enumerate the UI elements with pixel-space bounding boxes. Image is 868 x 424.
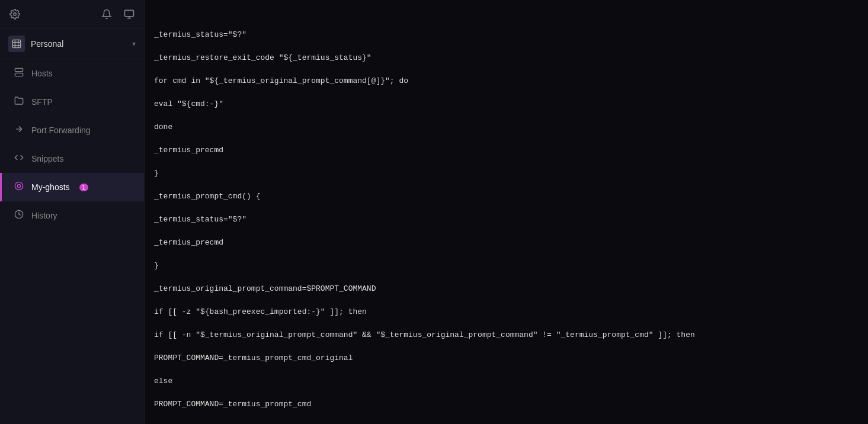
- svg-rect-1: [125, 10, 134, 17]
- svg-point-0: [14, 12, 17, 15]
- terminal-line: _termius_prompt_cmd() {: [154, 191, 859, 203]
- terminal-line: _termius_original_prompt_command=$PROMPT…: [154, 283, 859, 295]
- terminal-line: else: [154, 375, 859, 387]
- my-ghosts-badge: 1: [79, 184, 89, 191]
- terminal-line: PROMPT_COMMAND=_termius_prompt_cmd: [154, 399, 859, 410]
- svg-rect-4: [12, 40, 20, 47]
- terminal-line: _termius_precmd: [154, 144, 859, 156]
- sidebar-top-bar: [0, 0, 144, 28]
- terminal-line: }: [154, 168, 859, 179]
- history-icon: [14, 210, 24, 221]
- gear-button[interactable]: [8, 8, 21, 21]
- sidebar: Personal ▾ Hosts SFTP: [0, 0, 145, 424]
- terminal-line: PROMPT_COMMAND=_termius_prompt_cmd_origi…: [154, 352, 859, 364]
- svg-point-15: [17, 184, 20, 187]
- account-left: Personal: [8, 36, 63, 52]
- sidebar-item-history[interactable]: History: [0, 201, 144, 230]
- monitor-button[interactable]: [123, 8, 136, 21]
- sidebar-item-my-ghosts[interactable]: My-ghosts 1: [0, 173, 144, 201]
- terminal-line: done: [154, 121, 859, 133]
- terminal-line: }: [154, 260, 859, 272]
- port-forwarding-icon: [14, 124, 24, 136]
- my-ghosts-icon: [14, 181, 24, 193]
- sftp-label: SFTP: [31, 97, 53, 107]
- account-name: Personal: [31, 39, 63, 49]
- sidebar-utility-icons: [100, 8, 136, 21]
- sftp-icon: [14, 96, 24, 108]
- sidebar-item-sftp[interactable]: SFTP: [0, 88, 144, 116]
- history-label: History: [31, 211, 57, 220]
- account-section[interactable]: Personal ▾: [0, 28, 144, 59]
- svg-point-14: [15, 182, 23, 189]
- terminal-line: _termius_precmd: [154, 237, 859, 249]
- terminal-content: _termius_status="$?" _termius_restore_ex…: [145, 0, 868, 424]
- snippets-icon: [14, 153, 24, 165]
- terminal-line: eval "${cmd:-}": [154, 98, 859, 110]
- sidebar-item-hosts[interactable]: Hosts: [0, 59, 144, 88]
- terminal-line: fi: [154, 422, 859, 424]
- svg-rect-10: [15, 73, 23, 76]
- terminal-line: _termius_restore_exit_code "${_termius_s…: [154, 52, 859, 64]
- sidebar-item-snippets[interactable]: Snippets: [0, 144, 144, 173]
- hosts-icon: [14, 68, 24, 79]
- svg-rect-9: [15, 68, 23, 71]
- my-ghosts-label: My-ghosts: [31, 182, 70, 192]
- terminal-line: for cmd in "${_termius_original_prompt_c…: [154, 75, 859, 87]
- sidebar-item-port-forwarding[interactable]: Port Forwarding: [0, 116, 144, 144]
- port-forwarding-label: Port Forwarding: [31, 126, 91, 135]
- account-icon: [8, 36, 25, 52]
- sidebar-nav: Hosts SFTP Port Forwarding: [0, 59, 144, 230]
- hosts-label: Hosts: [31, 69, 53, 78]
- terminal-line: _termius_status="$?": [154, 214, 859, 226]
- terminal-line: if [[ -z "${bash_preexec_imported:-}" ]]…: [154, 306, 859, 318]
- snippets-label: Snippets: [31, 154, 63, 163]
- terminal-line: _termius_status="$?": [154, 29, 859, 41]
- bell-button[interactable]: [100, 8, 113, 21]
- chevron-down-icon: ▾: [132, 40, 136, 48]
- terminal-line: if [[ -n "$_termius_original_prompt_comm…: [154, 329, 859, 341]
- terminal-panel[interactable]: _termius_status="$?" _termius_restore_ex…: [145, 0, 868, 424]
